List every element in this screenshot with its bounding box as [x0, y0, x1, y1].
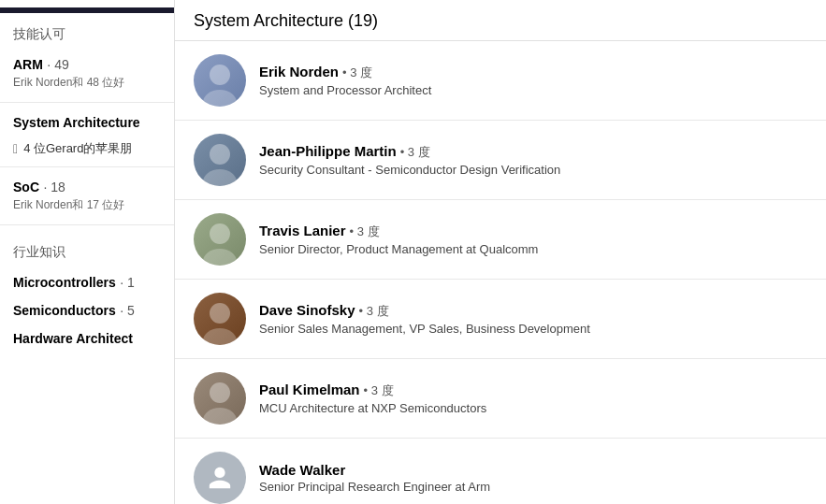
person-name-row-paul-kimelman: Paul Kimelman • 3 度: [259, 382, 807, 399]
person-name-row-dave-sinofsky: Dave Sinofsky • 3 度: [259, 302, 807, 320]
svg-point-9: [203, 408, 237, 425]
svg-point-2: [210, 144, 230, 165]
person-item-erik-norden[interactable]: Erik Norden • 3 度 System and Processor A…: [175, 41, 826, 121]
sidebar-divider-2: [0, 166, 174, 167]
avatar-dave-sinofsky: [194, 293, 246, 345]
sidebar-divider-1: [0, 102, 174, 103]
person-name-jean-philippe-martin[interactable]: Jean-Philippe Martin: [259, 143, 397, 159]
person-degree-travis-lanier: • 3 度: [350, 223, 380, 240]
sidebar-item-apple-icon-row[interactable]:  4 位Gerard的苹果朋: [0, 137, 174, 161]
person-title-paul-kimelman: MCU Architecture at NXP Semiconductors: [259, 401, 807, 415]
main-content: System Architecture (19) Erik Norden • 3…: [175, 0, 826, 504]
person-name-row-travis-lanier: Travis Lanier • 3 度: [259, 223, 807, 240]
person-title-travis-lanier: Senior Director, Product Management at Q…: [259, 242, 807, 256]
person-item-jean-philippe-martin[interactable]: Jean-Philippe Martin • 3 度 Security Cons…: [175, 121, 826, 200]
person-degree-jean-philippe-martin: • 3 度: [400, 144, 430, 161]
avatar-erik-norden: [194, 54, 246, 107]
apple-icon: : [13, 141, 18, 156]
person-item-paul-kimelman[interactable]: Paul Kimelman • 3 度 MCU Architecture at …: [175, 359, 826, 439]
person-name-row-jean-philippe-martin: Jean-Philippe Martin • 3 度: [259, 143, 807, 161]
person-degree-erik-norden: • 3 度: [342, 65, 372, 81]
person-item-wade-walker[interactable]: Wade Walker Senior Principal Research En…: [175, 439, 826, 504]
sidebar-item-soc-sub: Erik Norden和 17 位好: [13, 197, 161, 213]
person-name-row-wade-walker: Wade Walker: [259, 462, 807, 478]
sidebar-apple-text: 4 位Gerard的苹果朋: [23, 140, 132, 157]
person-info-erik-norden: Erik Norden • 3 度 System and Processor A…: [259, 64, 807, 97]
sidebar-item-hardware-architect[interactable]: Hardware Architect: [0, 324, 174, 353]
person-item-dave-sinofsky[interactable]: Dave Sinofsky • 3 度 Senior Sales Managem…: [175, 280, 826, 359]
main-header: System Architecture (19): [175, 0, 826, 41]
person-item-travis-lanier[interactable]: Travis Lanier • 3 度 Senior Director, Pro…: [175, 200, 826, 280]
person-name-paul-kimelman[interactable]: Paul Kimelman: [259, 382, 360, 397]
main-title: System Architecture (19): [194, 11, 378, 30]
person-info-wade-walker: Wade Walker Senior Principal Research En…: [259, 462, 807, 494]
avatar-travis-lanier: [194, 213, 246, 266]
svg-point-5: [203, 249, 237, 266]
sidebar-item-semiconductors-label: Semiconductors · 5: [13, 302, 161, 319]
person-name-row-erik-norden: Erik Norden • 3 度: [259, 64, 807, 81]
sidebar-section-industry: 行业知识: [0, 231, 174, 268]
sidebar-item-system-architecture-label: System Architecture: [13, 114, 161, 131]
svg-point-6: [210, 303, 230, 324]
sidebar-item-microcontrollers[interactable]: Microcontrollers · 1: [0, 268, 174, 296]
people-list: Erik Norden • 3 度 System and Processor A…: [175, 41, 826, 504]
sidebar-item-hardware-architect-label: Hardware Architect: [13, 330, 161, 347]
person-info-dave-sinofsky: Dave Sinofsky • 3 度 Senior Sales Managem…: [259, 302, 807, 336]
person-title-wade-walker: Senior Principal Research Engineer at Ar…: [259, 480, 807, 494]
svg-point-0: [210, 65, 230, 85]
person-name-wade-walker[interactable]: Wade Walker: [259, 462, 345, 478]
svg-point-1: [203, 90, 237, 107]
sidebar-item-microcontrollers-label: Microcontrollers · 1: [13, 274, 161, 291]
person-title-jean-philippe-martin: Security Consultant - Semiconductor Desi…: [259, 163, 807, 177]
person-info-paul-kimelman: Paul Kimelman • 3 度 MCU Architecture at …: [259, 382, 807, 415]
sidebar-item-soc[interactable]: SoC · 18 Erik Norden和 17 位好: [0, 173, 174, 219]
sidebar-item-arm-sub: Erik Norden和 48 位好: [13, 75, 161, 91]
person-title-dave-sinofsky: Senior Sales Management, VP Sales, Busin…: [259, 322, 807, 336]
sidebar-item-arm[interactable]: ARM · 49 Erik Norden和 48 位好: [0, 50, 174, 96]
svg-point-8: [210, 382, 230, 403]
avatar-jean-philippe-martin: [194, 134, 246, 186]
sidebar: 技能认可 ARM · 49 Erik Norden和 48 位好 System …: [0, 0, 175, 504]
person-title-erik-norden: System and Processor Architect: [259, 83, 807, 97]
sidebar-item-semiconductors[interactable]: Semiconductors · 5: [0, 296, 174, 324]
svg-point-3: [203, 169, 237, 186]
sidebar-section-skills: 技能认可: [0, 13, 174, 50]
sidebar-item-arm-label: ARM · 49: [13, 56, 161, 73]
person-name-travis-lanier[interactable]: Travis Lanier: [259, 223, 346, 238]
sidebar-item-soc-label: SoC · 18: [13, 179, 161, 195]
avatar-paul-kimelman: [194, 372, 246, 425]
person-info-jean-philippe-martin: Jean-Philippe Martin • 3 度 Security Cons…: [259, 143, 807, 177]
sidebar-divider-3: [0, 224, 174, 225]
person-degree-dave-sinofsky: • 3 度: [359, 303, 389, 320]
person-info-travis-lanier: Travis Lanier • 3 度 Senior Director, Pro…: [259, 223, 807, 256]
avatar-placeholder-wade-walker: [194, 452, 246, 504]
sidebar-item-system-architecture[interactable]: System Architecture: [0, 108, 174, 137]
svg-point-4: [210, 223, 230, 244]
person-name-erik-norden[interactable]: Erik Norden: [259, 64, 339, 79]
person-name-dave-sinofsky[interactable]: Dave Sinofsky: [259, 302, 355, 318]
person-degree-paul-kimelman: • 3 度: [364, 382, 394, 399]
svg-point-7: [203, 328, 237, 345]
